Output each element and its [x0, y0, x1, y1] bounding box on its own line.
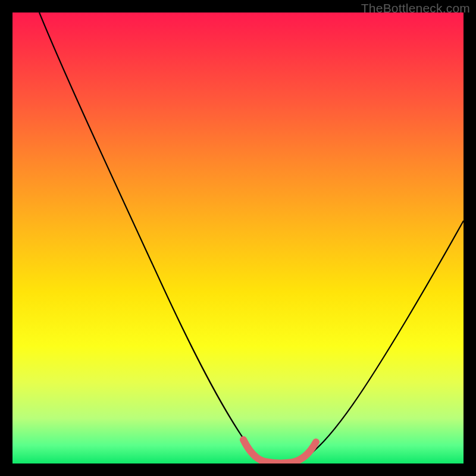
- chart-svg: [12, 12, 464, 464]
- chart-frame: TheBottleneck.com: [0, 0, 476, 476]
- optimal-band: [243, 440, 316, 463]
- bottleneck-curve: [39, 12, 464, 463]
- watermark-text: TheBottleneck.com: [361, 1, 470, 15]
- chart-plot-area: [12, 12, 464, 464]
